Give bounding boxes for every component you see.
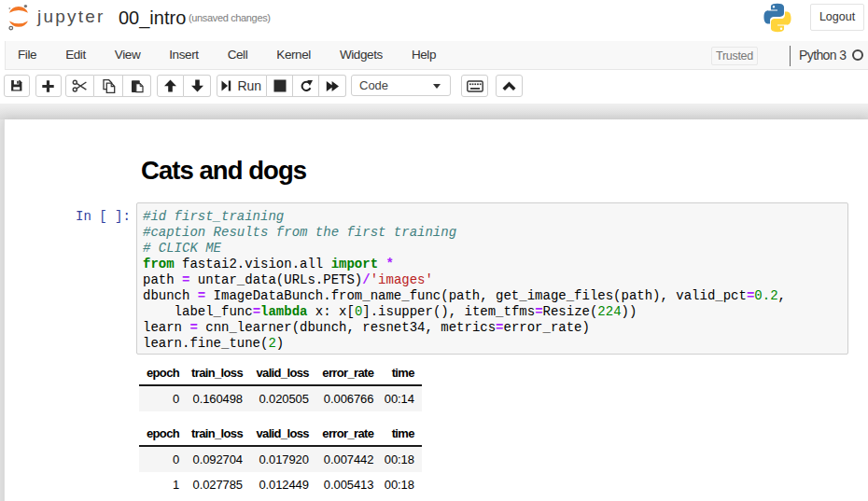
svg-text:jupyter: jupyter (36, 7, 105, 26)
